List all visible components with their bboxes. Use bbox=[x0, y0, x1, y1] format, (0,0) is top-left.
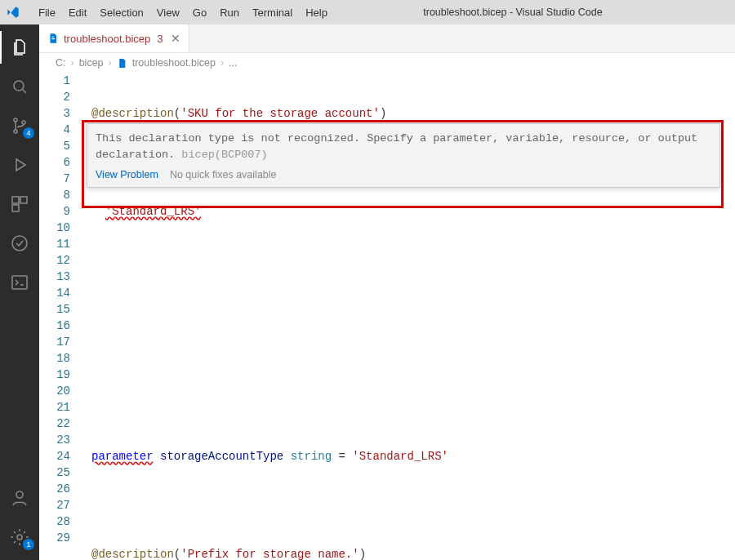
chevron-right-icon: › bbox=[71, 57, 74, 69]
activity-bar: 4 bbox=[0, 24, 39, 560]
popup-message-text: This declaration type is not recognized.… bbox=[96, 132, 697, 144]
menu-bar: File Edit Selection View Go Run Terminal… bbox=[33, 3, 333, 22]
svg-point-9 bbox=[16, 491, 23, 498]
extensions-icon bbox=[10, 194, 29, 214]
activity-search[interactable] bbox=[0, 70, 39, 103]
activity-source-control[interactable]: 4 bbox=[0, 109, 39, 142]
title-bar: File Edit Selection View Go Run Terminal… bbox=[0, 0, 735, 24]
activity-accounts[interactable] bbox=[0, 482, 39, 514]
view-problem-link[interactable]: View Problem bbox=[96, 167, 158, 182]
popup-error-code: bicep(BCP007) bbox=[181, 149, 267, 161]
line-number: 16 bbox=[39, 318, 70, 334]
scm-badge: 4 bbox=[23, 127, 34, 139]
line-number: 8 bbox=[39, 187, 70, 203]
breadcrumb-seg[interactable]: C: bbox=[56, 57, 66, 69]
editor-area: troubleshoot.bicep 3 ✕ C: › bicep › trou… bbox=[39, 24, 735, 560]
debug-icon bbox=[10, 155, 29, 175]
line-number: 24 bbox=[39, 448, 70, 464]
keyword-error: parameter bbox=[91, 450, 154, 463]
close-icon[interactable]: ✕ bbox=[171, 32, 180, 45]
line-number: 19 bbox=[39, 367, 70, 383]
operator: = bbox=[332, 450, 352, 463]
menu-selection[interactable]: Selection bbox=[94, 3, 149, 22]
decorator: @description bbox=[91, 107, 174, 120]
svg-rect-4 bbox=[12, 197, 19, 203]
punct: ) bbox=[359, 548, 366, 560]
popup-message-text: declaration. bbox=[96, 149, 175, 161]
svg-point-0 bbox=[14, 81, 24, 91]
line-number: 29 bbox=[39, 530, 70, 546]
menu-view[interactable]: View bbox=[151, 3, 185, 22]
line-number: 14 bbox=[39, 285, 70, 301]
activity-terminal-panel[interactable] bbox=[0, 266, 39, 299]
line-number: 22 bbox=[39, 416, 70, 432]
line-number: 23 bbox=[39, 432, 70, 448]
tab-problems-count: 3 bbox=[157, 33, 163, 45]
bicep-file-icon bbox=[117, 58, 127, 69]
string: 'SKU for the storage account' bbox=[180, 107, 380, 120]
line-number: 26 bbox=[39, 481, 70, 497]
bicep-file-icon bbox=[47, 33, 59, 44]
line-number: 4 bbox=[39, 122, 70, 138]
line-number: 13 bbox=[39, 269, 70, 285]
menu-terminal[interactable]: Terminal bbox=[247, 3, 298, 22]
tab-troubleshoot-bicep[interactable]: troubleshoot.bicep 3 ✕ bbox=[39, 24, 189, 52]
string: 'Prefix for storage name.' bbox=[180, 548, 359, 560]
menu-file[interactable]: File bbox=[33, 3, 61, 22]
tab-filename: troubleshoot.bicep bbox=[64, 33, 150, 45]
line-number: 1 bbox=[39, 73, 70, 89]
decorator: @description bbox=[91, 548, 174, 560]
menu-go[interactable]: Go bbox=[187, 3, 212, 22]
activity-explorer[interactable] bbox=[0, 31, 39, 64]
punct: ( bbox=[174, 107, 180, 120]
line-number: 3 bbox=[39, 105, 70, 122]
activity-run-debug[interactable] bbox=[0, 149, 39, 181]
account-icon bbox=[10, 488, 29, 508]
code-editor[interactable]: 1 2 3 4 5 6 7 8 9 10 11 12 13 14 15 16 1 bbox=[39, 73, 735, 560]
breadcrumb-seg[interactable]: ... bbox=[229, 57, 237, 69]
indent bbox=[91, 205, 105, 218]
activity-extensions[interactable] bbox=[0, 188, 39, 220]
identifier: storageAccountType bbox=[160, 450, 283, 463]
line-number: 11 bbox=[39, 236, 70, 252]
problem-hover-popup: This declaration type is not recognized.… bbox=[87, 123, 720, 188]
breadcrumb-seg[interactable]: troubleshoot.bicep bbox=[132, 57, 216, 69]
activity-settings[interactable]: 1 bbox=[0, 521, 39, 553]
svg-point-3 bbox=[22, 121, 25, 124]
line-number: 7 bbox=[39, 171, 70, 187]
activity-testing[interactable] bbox=[0, 227, 39, 260]
line-number: 28 bbox=[39, 513, 70, 530]
no-quick-fix-label: No quick fixes available bbox=[170, 167, 277, 182]
terminal-icon bbox=[10, 273, 29, 292]
line-number: 5 bbox=[39, 138, 70, 154]
type: string bbox=[291, 450, 332, 463]
svg-point-10 bbox=[17, 535, 22, 540]
activity-bottom: 1 bbox=[0, 482, 39, 553]
window-title: troubleshoot.bicep - Visual Studio Code bbox=[297, 7, 728, 18]
menu-edit[interactable]: Edit bbox=[63, 3, 92, 22]
breadcrumbs[interactable]: C: › bicep › troubleshoot.bicep › ... bbox=[39, 53, 735, 73]
line-number: 10 bbox=[39, 220, 70, 236]
line-number: 18 bbox=[39, 350, 70, 367]
svg-rect-5 bbox=[20, 197, 27, 203]
app-root: File Edit Selection View Go Run Terminal… bbox=[0, 0, 735, 560]
vscode-logo-icon bbox=[7, 6, 20, 19]
svg-point-1 bbox=[14, 118, 17, 122]
search-icon bbox=[10, 77, 29, 96]
svg-point-2 bbox=[14, 130, 17, 133]
space bbox=[283, 450, 290, 463]
menu-run[interactable]: Run bbox=[214, 3, 245, 22]
breadcrumb-seg[interactable]: bicep bbox=[79, 57, 104, 69]
punct: ) bbox=[380, 107, 386, 120]
line-number: 15 bbox=[39, 301, 70, 318]
svg-rect-6 bbox=[12, 205, 19, 211]
line-number: 21 bbox=[39, 399, 70, 416]
line-number: 20 bbox=[39, 383, 70, 399]
svg-rect-8 bbox=[12, 276, 27, 289]
line-number: 27 bbox=[39, 497, 70, 513]
files-icon bbox=[10, 38, 29, 57]
svg-point-7 bbox=[12, 236, 27, 251]
line-number-gutter: 1 2 3 4 5 6 7 8 9 10 11 12 13 14 15 16 1 bbox=[39, 73, 85, 546]
workbench-body: 4 bbox=[0, 24, 735, 560]
string: 'Standard_LRS' bbox=[352, 450, 448, 463]
